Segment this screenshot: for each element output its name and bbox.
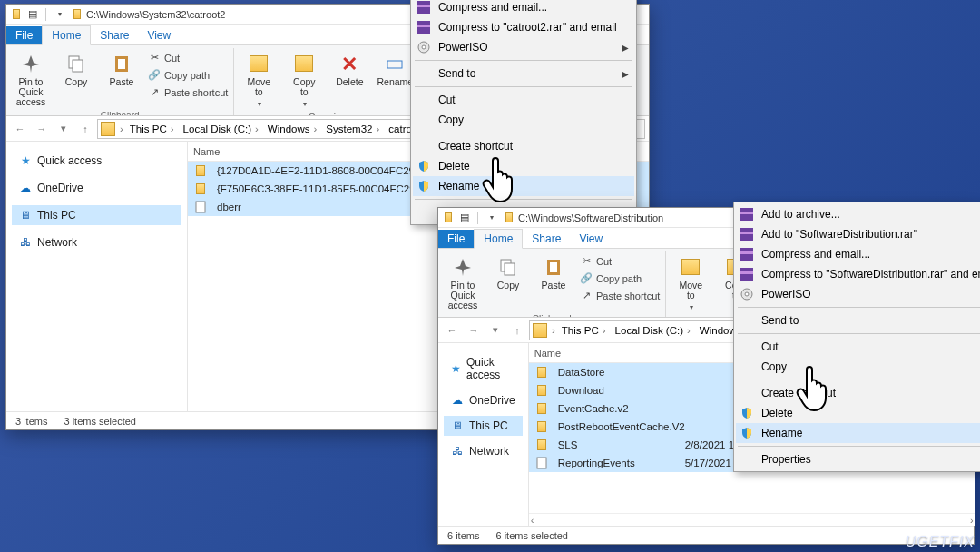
sidebar-item-network[interactable]: 🖧Network: [444, 441, 523, 461]
rename-button[interactable]: Rename: [376, 50, 414, 89]
menu-item[interactable]: Delete: [413, 156, 634, 176]
paste-shortcut-button[interactable]: ↗Paste shortcut: [148, 84, 228, 100]
crumb[interactable]: Windows: [263, 120, 322, 138]
menu-item-label: PowerISO: [438, 41, 618, 54]
menu-item-label: Compress and email...: [761, 248, 980, 261]
nav-fwd[interactable]: →: [464, 320, 484, 340]
sidebar-item-onedrive[interactable]: ☁OneDrive: [12, 178, 181, 198]
sidebar-item-network[interactable]: 🖧Network: [12, 232, 181, 252]
folder-icon: [503, 212, 515, 224]
menu-item-label: Compress and email...: [438, 1, 618, 14]
menu-item[interactable]: Add to archive...: [736, 204, 980, 224]
tab-view[interactable]: View: [570, 230, 612, 248]
props-icon[interactable]: ▤: [458, 212, 471, 224]
svg-rect-23: [740, 251, 753, 254]
copy-to-button[interactable]: Copy to: [285, 50, 323, 111]
menu-item[interactable]: Send to▶: [736, 310, 980, 330]
move-to-button[interactable]: Move to: [671, 253, 710, 314]
pc-icon: 🖥: [451, 419, 464, 432]
menu-item[interactable]: Rename: [736, 423, 980, 443]
sidebar-item-quick-access[interactable]: ★Quick access: [444, 352, 523, 385]
menu-item[interactable]: Properties: [736, 449, 980, 469]
menu-item[interactable]: Create shortcut: [413, 136, 634, 156]
context-menu[interactable]: Compress and email...Compress to "catroo…: [410, 0, 637, 225]
pin-quick-access-button[interactable]: Pin to Quick access: [12, 50, 50, 109]
tab-home[interactable]: Home: [474, 229, 523, 249]
cut-button[interactable]: ✂Cut: [580, 253, 660, 269]
status-bar: 6 items 6 items selected: [438, 526, 974, 544]
paste-icon: [110, 52, 133, 75]
tab-file[interactable]: File: [438, 230, 474, 248]
pin-quick-access-button[interactable]: Pin to Quick access: [444, 253, 482, 312]
svg-point-27: [745, 292, 749, 296]
blank-icon: [416, 205, 431, 220]
crumb[interactable]: Local Disk (C:): [611, 321, 695, 340]
crumb[interactable]: This PC: [557, 321, 611, 340]
nav-back[interactable]: ←: [442, 320, 462, 340]
copy-path-button[interactable]: 🔗Copy path: [148, 67, 228, 83]
tab-home[interactable]: Home: [42, 25, 91, 45]
nav-up[interactable]: ↑: [75, 119, 95, 139]
menu-item[interactable]: Compress to "catroot2.rar" and email: [413, 17, 634, 37]
tab-share[interactable]: Share: [523, 230, 570, 248]
move-to-button[interactable]: Move to: [240, 50, 278, 111]
menu-item[interactable]: Cut: [736, 337, 980, 357]
crumb[interactable]: System32: [321, 120, 384, 138]
menu-item[interactable]: PowerISO▶: [413, 37, 634, 57]
copy-button[interactable]: Copy: [57, 50, 95, 89]
menu-item[interactable]: Compress and email...: [413, 0, 634, 17]
sidebar-item-quick-access[interactable]: ★Quick access: [12, 151, 181, 171]
tab-view[interactable]: View: [138, 26, 180, 44]
paste-button[interactable]: Paste: [534, 253, 573, 292]
cloud-icon: ☁: [451, 394, 464, 407]
status-count: 6 items: [447, 530, 479, 541]
menu-item[interactable]: Create shortcut: [736, 383, 980, 403]
menu-item-label: Compress to "catroot2.rar" and email: [438, 21, 618, 34]
delete-button[interactable]: ✕Delete: [330, 50, 368, 89]
qat-dropdown[interactable]: [485, 212, 497, 224]
tab-share[interactable]: Share: [91, 26, 138, 44]
blank-icon: [740, 360, 754, 374]
sidebar-item-this-pc[interactable]: 🖥This PC: [12, 205, 181, 225]
menu-item-label: Cut: [438, 94, 618, 106]
menu-item[interactable]: Cut: [413, 90, 634, 110]
menu-item[interactable]: Send to▶: [413, 64, 634, 84]
rar-icon: [416, 20, 431, 34]
copy-path-button[interactable]: 🔗Copy path: [580, 271, 660, 286]
nav-recent[interactable]: ▾: [54, 119, 74, 139]
paste-shortcut-button[interactable]: ↗Paste shortcut: [580, 288, 660, 303]
sidebar-item-onedrive[interactable]: ☁OneDrive: [444, 390, 523, 410]
menu-item-label: Cut: [761, 340, 980, 353]
menu-item[interactable]: PowerISO▶: [736, 284, 980, 304]
scrollbar-horizontal[interactable]: ‹ ›: [529, 513, 975, 526]
menu-item[interactable]: Compress and email...: [736, 244, 980, 264]
cut-button[interactable]: ✂Cut: [148, 50, 228, 65]
crumb[interactable]: Local Disk (C:): [179, 120, 263, 138]
svg-rect-1: [73, 60, 83, 72]
svg-rect-9: [417, 25, 430, 27]
menu-item[interactable]: Copy: [413, 110, 634, 130]
menu-item[interactable]: Compress to "SoftwareDistribution.rar" a…: [736, 264, 980, 284]
nav-back[interactable]: ←: [10, 119, 30, 139]
menu-item[interactable]: Delete: [736, 403, 980, 423]
tab-file[interactable]: File: [6, 26, 42, 44]
nav-fwd[interactable]: →: [32, 119, 52, 139]
nav-recent[interactable]: ▾: [485, 320, 505, 340]
sidebar-item-this-pc[interactable]: 🖥This PC: [444, 416, 523, 436]
menu-item[interactable]: Copy: [736, 357, 980, 377]
rar-icon: [740, 227, 754, 242]
blank-icon: [416, 93, 431, 107]
context-menu[interactable]: Add to archive...Add to "SoftwareDistrib…: [733, 202, 980, 472]
props-icon[interactable]: ▤: [26, 8, 39, 21]
star-icon: ★: [451, 362, 461, 375]
qat-dropdown[interactable]: [53, 8, 65, 21]
menu-item[interactable]: Add to "SoftwareDistribution.rar": [736, 224, 980, 244]
sidebar: ★Quick access ☁OneDrive 🖥This PC 🖧Networ…: [6, 142, 188, 411]
folder-icon: [534, 365, 549, 380]
crumb[interactable]: This PC: [125, 120, 179, 138]
copy-button[interactable]: Copy: [489, 253, 527, 292]
nav-up[interactable]: ↑: [507, 320, 527, 340]
blank-icon: [740, 386, 754, 400]
menu-item[interactable]: Rename: [413, 176, 634, 196]
paste-button[interactable]: Paste: [103, 50, 141, 89]
